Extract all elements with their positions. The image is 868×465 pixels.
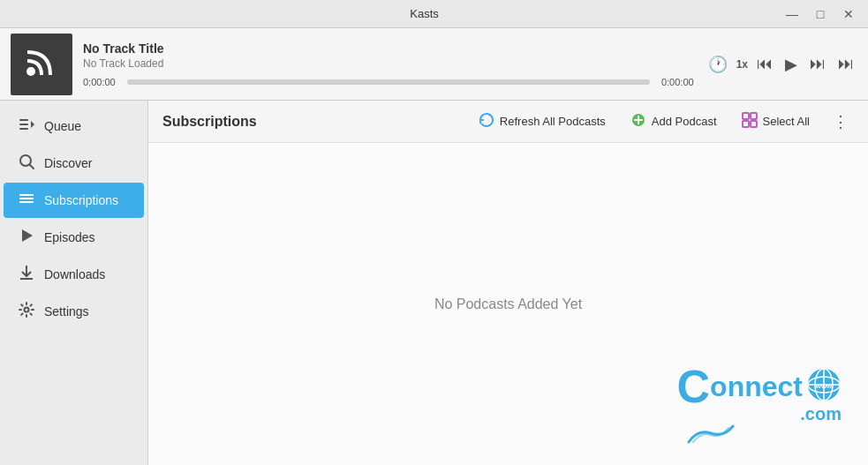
album-art — [11, 34, 72, 95]
track-title: No Track Title — [83, 41, 694, 56]
svg-rect-3 — [19, 128, 28, 130]
rss-icon — [24, 43, 59, 86]
svg-marker-4 — [31, 121, 34, 128]
maximize-button[interactable]: □ — [808, 4, 833, 24]
title-bar: Kasts — □ ✕ — [0, 0, 868, 28]
sidebar-item-settings[interactable]: Settings — [4, 294, 144, 329]
episodes-icon — [18, 228, 35, 247]
main-content: Subscriptions Refresh All Podcasts — [148, 101, 868, 465]
downloads-icon — [18, 265, 35, 284]
select-all-label: Select All — [763, 115, 810, 128]
app-body: Queue Discover Subscriptions — [0, 101, 868, 465]
time-end: 0:00:00 — [657, 77, 694, 87]
empty-message: No Podcasts Added Yet — [434, 296, 582, 312]
svg-rect-8 — [19, 198, 34, 199]
svg-rect-2 — [19, 124, 28, 125]
play-icon: ▶ — [785, 55, 797, 74]
svg-rect-1 — [19, 119, 28, 121]
timer-button[interactable]: 🕐 — [705, 51, 731, 78]
svg-rect-18 — [751, 113, 757, 119]
skip-forward-button[interactable]: ⏭ — [806, 51, 829, 77]
select-all-button[interactable]: Select All — [735, 109, 817, 135]
subscriptions-icon — [18, 191, 35, 210]
watermark-onnect: onnect — [710, 371, 803, 403]
sidebar-item-subscriptions-label: Subscriptions — [44, 193, 118, 207]
content-title: Subscriptions — [162, 114, 461, 130]
close-button[interactable]: ✕ — [836, 4, 861, 24]
refresh-icon — [479, 112, 494, 131]
watermark-globe-icon: www — [806, 367, 842, 406]
svg-point-5 — [20, 155, 31, 166]
svg-point-13 — [25, 308, 29, 312]
content-header: Subscriptions Refresh All Podcasts — [148, 101, 868, 143]
player-bar: No Track Title No Track Loaded 0:00:00 0… — [0, 28, 868, 101]
select-all-icon — [742, 112, 758, 131]
skip-back-icon: ⏮ — [757, 55, 773, 73]
sidebar-item-discover-label: Discover — [44, 156, 92, 170]
settings-icon — [18, 302, 35, 321]
sidebar-item-downloads[interactable]: Downloads — [4, 257, 144, 292]
sidebar-item-episodes-label: Episodes — [44, 230, 95, 244]
sidebar: Queue Discover Subscriptions — [0, 101, 148, 465]
svg-rect-9 — [19, 201, 34, 203]
svg-text:www: www — [815, 382, 833, 390]
timer-icon: 🕐 — [708, 55, 728, 74]
add-podcast-button[interactable]: Add Podcast — [623, 109, 724, 135]
skip-end-button[interactable]: ⏭ — [834, 51, 857, 77]
add-icon — [630, 112, 646, 131]
play-button[interactable]: ▶ — [781, 51, 801, 78]
discover-icon — [18, 154, 35, 173]
svg-rect-7 — [19, 194, 34, 196]
svg-rect-17 — [743, 113, 749, 119]
app-title: Kasts — [69, 7, 780, 20]
svg-marker-10 — [22, 229, 33, 242]
sidebar-item-settings-label: Settings — [44, 304, 89, 319]
refresh-all-button[interactable]: Refresh All Podcasts — [472, 109, 613, 135]
sidebar-item-subscriptions[interactable]: Subscriptions — [4, 183, 144, 218]
overflow-menu-button[interactable]: ⋮ — [827, 109, 854, 135]
time-start: 0:00:00 — [83, 77, 120, 87]
content-body: No Podcasts Added Yet C onnect — [148, 143, 868, 465]
player-controls: 🕐 1x ⏮ ▶ ⏭ ⏭ — [705, 51, 857, 78]
window-controls: — □ ✕ — [780, 4, 861, 24]
progress-bar[interactable] — [127, 79, 650, 85]
skip-forward-icon: ⏭ — [810, 55, 826, 73]
sidebar-item-episodes[interactable]: Episodes — [4, 220, 144, 255]
watermark: C onnect www — [677, 364, 842, 447]
sidebar-item-discover[interactable]: Discover — [4, 146, 144, 181]
svg-point-0 — [26, 67, 35, 76]
sidebar-item-downloads-label: Downloads — [44, 267, 105, 281]
minimize-button[interactable]: — — [780, 4, 804, 24]
skip-back-button[interactable]: ⏮ — [753, 51, 776, 77]
sidebar-item-queue[interactable]: Queue — [4, 109, 144, 144]
sidebar-item-queue-label: Queue — [44, 119, 81, 133]
speed-badge[interactable]: 1x — [736, 58, 748, 71]
add-podcast-label: Add Podcast — [652, 115, 717, 128]
queue-icon — [18, 116, 35, 136]
svg-rect-20 — [751, 121, 757, 127]
watermark-c: C — [677, 364, 711, 409]
track-info: No Track Title No Track Loaded 0:00:00 0… — [83, 41, 694, 87]
progress-row: 0:00:00 0:00:00 — [83, 77, 694, 87]
svg-rect-19 — [743, 121, 749, 127]
svg-line-6 — [30, 165, 34, 169]
track-subtitle: No Track Loaded — [83, 57, 694, 70]
refresh-all-label: Refresh All Podcasts — [500, 115, 606, 128]
skip-end-icon: ⏭ — [838, 55, 854, 73]
